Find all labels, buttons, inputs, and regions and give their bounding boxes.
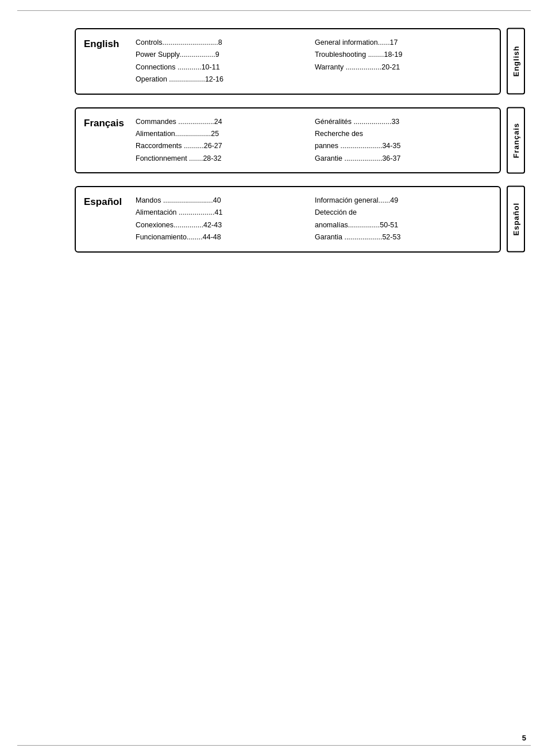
espanol-col1: Mandos .........................40 Alime… [136, 195, 315, 243]
english-section: English Controls........................… [75, 28, 525, 95]
english-tab: English [507, 28, 525, 95]
toc-entry: Garantie ...................36-37 [315, 153, 494, 164]
toc-entry: Mandos .........................40 [136, 195, 315, 206]
espanol-box: Español Mandos .........................… [75, 186, 501, 253]
toc-entry: Warranty ..................20-21 [315, 62, 494, 73]
espanol-tab: Español [507, 186, 525, 253]
francais-title: Français [84, 117, 136, 165]
francais-col2: Généralités ...................33 Recher… [315, 117, 494, 165]
toc-entry: Información general......49 [315, 195, 494, 206]
page-bottom-line [17, 745, 531, 746]
francais-col1: Commandes ..................24 Alimentat… [136, 117, 315, 165]
toc-entry: Généralités ...................33 [315, 117, 494, 127]
content-area: English Controls........................… [75, 28, 531, 253]
toc-entry: Connections ............10-11 [136, 62, 315, 73]
english-toc: Controls............................8 Po… [136, 37, 494, 86]
toc-entry: General information......17 [315, 37, 494, 48]
toc-entry: Alimentation..................25 [136, 129, 315, 139]
english-col2: General information......17 Troubleshoot… [315, 37, 494, 86]
toc-entry: Recherche des [315, 129, 494, 139]
toc-entry: Power Supply..................9 [136, 49, 315, 60]
english-title: English [84, 37, 136, 86]
espanol-title: Español [84, 195, 136, 243]
english-box: English Controls........................… [75, 28, 501, 95]
francais-tab: Français [507, 107, 525, 174]
toc-entry: Detección de [315, 207, 494, 218]
toc-entry: Fonctionnement .......28-32 [136, 153, 315, 164]
francais-box: Français Commandes ..................24 … [75, 107, 501, 174]
toc-entry: Raccordments ..........26-27 [136, 141, 315, 152]
english-col1: Controls............................8 Po… [136, 37, 315, 86]
francais-toc: Commandes ..................24 Alimentat… [136, 117, 494, 165]
toc-entry: Garantia ...................52-53 [315, 232, 494, 243]
francais-section: Français Commandes ..................24 … [75, 107, 525, 174]
espanol-toc: Mandos .........................40 Alime… [136, 195, 494, 243]
toc-entry: Operation ..................12-16 [136, 74, 315, 85]
toc-entry: Alimentación ..................41 [136, 207, 315, 218]
espanol-col2: Información general......49 Detección de… [315, 195, 494, 243]
toc-entry: anomalías................50-51 [315, 220, 494, 231]
toc-entry: Controls............................8 [136, 37, 315, 48]
toc-entry: Troubleshooting ........18-19 [315, 49, 494, 60]
toc-entry: pannes .....................34-35 [315, 141, 494, 152]
toc-entry: Funcionamiento........44-48 [136, 232, 315, 243]
espanol-section: Español Mandos .........................… [75, 186, 525, 253]
page-top-line [17, 10, 531, 11]
toc-entry: Conexiones...............42-43 [136, 220, 315, 231]
page-number: 5 [522, 734, 526, 742]
toc-entry: Commandes ..................24 [136, 117, 315, 127]
